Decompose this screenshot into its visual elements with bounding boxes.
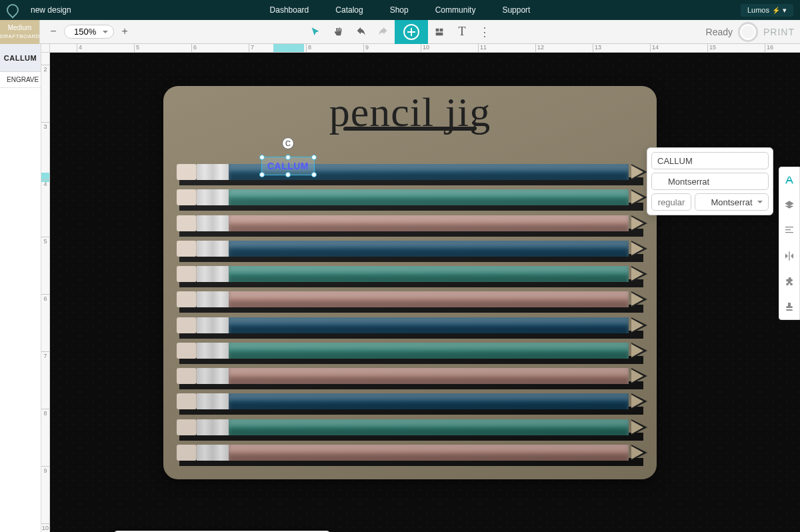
ruler-h-tick: 9 [363,44,369,52]
pencil-slots [173,163,647,466]
font-weight-select[interactable]: regular [651,193,691,211]
ruler-h-tick: 10 [421,44,429,52]
ruler-h-tick: 12 [535,44,544,52]
ruler-h-tick: 14 [650,44,659,52]
text-properties-panel: regular Montserrat [647,147,773,215]
canvas-tools: T ⋮ [304,20,496,44]
stamp-tab[interactable] [779,294,799,319]
add-artwork-button[interactable] [395,20,428,44]
chevron-down-icon: ▾ [783,6,787,15]
resize-handle-b[interactable] [285,172,291,177]
nav-support[interactable]: Support [502,5,530,15]
ruler-v-tick: 7 [41,351,49,359]
ruler-h-tick: 13 [593,44,601,52]
app-logo-icon[interactable] [4,1,21,18]
pencil [173,290,647,313]
text-content-input[interactable] [651,152,769,169]
ruler-corner [41,44,50,53]
ruler-h-tick: 8 [306,44,311,52]
ruler-v-tick: 5 [41,237,49,245]
text-tool[interactable]: T [451,20,473,44]
resize-handle-br[interactable] [311,172,317,177]
layer-operation[interactable]: ENGRAVE [0,72,41,88]
zoom-select[interactable]: 150% [64,25,114,39]
design-name[interactable]: new design [31,5,71,15]
resize-handle-tr[interactable] [311,155,317,160]
pencil [173,367,647,389]
canvas[interactable]: pencil jig CALLUM C [50,53,800,532]
pencil [173,214,647,237]
ruler-h-selection-highlight [273,44,304,52]
pencil [173,418,647,441]
nav-community[interactable]: Community [435,5,476,15]
font-style-select[interactable]: Montserrat [695,193,769,211]
resize-handle-tl[interactable] [259,155,265,160]
more-menu[interactable]: ⋮ [473,20,496,44]
ruler-h-tick: 4 [77,44,82,52]
horizontal-ruler[interactable]: 45678910111213141516 [50,44,800,53]
layer-thumbnail[interactable]: CALLUM [0,44,41,72]
pencil [173,188,647,211]
status-indicator-icon [738,22,758,42]
resize-handle-t[interactable] [285,155,291,160]
nav-shop[interactable]: Shop [390,5,409,15]
ruler-v-tick: 4 [41,179,49,187]
zoom-controls: − 150% + [40,25,138,39]
pencil [173,341,647,364]
ruler-h-tick: 7 [249,44,254,52]
import-button[interactable] [428,20,451,44]
nav-dashboard[interactable]: Dashboard [270,5,309,15]
redo-button[interactable] [372,20,395,44]
puzzle-tab[interactable] [779,269,799,294]
print-button[interactable]: PRINT [763,27,795,37]
undo-button[interactable] [349,20,372,44]
engrave-icon [2,77,6,83]
hand-tool[interactable] [327,20,349,44]
resize-handle-bl[interactable] [259,172,265,177]
select-tool[interactable] [304,20,327,44]
pencil-jig: pencil jig [163,86,657,479]
pencil [173,239,647,262]
vertical-ruler[interactable]: 2345678910 [41,53,50,532]
machine-status: Ready [706,27,733,37]
pencil [173,316,647,339]
plus-icon [403,24,419,40]
ruler-v-tick: 2 [41,65,49,73]
toolbar: Medium DRAFTBOARD − 150% + T ⋮ Ready PRI… [0,20,800,44]
top-bar: new design Dashboard Catalog Shop Commun… [0,0,800,20]
ruler-h-tick: 16 [765,44,773,52]
typography-tab[interactable] [779,167,799,193]
workspace: 45678910111213141516 2345678910 pencil j… [41,44,800,532]
zoom-out-button[interactable]: − [47,25,60,39]
inspector-tabs [779,167,800,320]
rotate-handle[interactable]: C [282,137,294,149]
font-family-select[interactable] [651,173,769,190]
ruler-h-tick: 11 [478,44,487,52]
ruler-h-tick: 15 [707,44,716,52]
nav-catalog[interactable]: Catalog [335,5,363,15]
zoom-in-button[interactable]: + [118,25,131,39]
flip-tab[interactable] [779,243,799,269]
ruler-h-tick: 5 [134,44,139,52]
bolt-icon: ⚡ [772,7,780,14]
ruler-v-tick: 10 [41,523,49,531]
text-selection-box[interactable]: CALLUM C [261,157,315,175]
material-chip[interactable]: Medium DRAFTBOARD [0,20,40,44]
align-tab[interactable] [779,218,799,243]
jig-title: pencil jig [163,89,657,131]
layers-panel: CALLUM ENGRAVE [0,44,41,532]
ruler-h-tick: 6 [191,44,197,52]
pencil [173,265,647,287]
pencil [173,392,647,415]
ruler-v-tick: 6 [41,294,49,302]
device-selector[interactable]: Lumos⚡▾ [741,4,793,17]
main-nav: Dashboard Catalog Shop Community Support [270,5,531,15]
layers-tab[interactable] [779,193,799,218]
pencil [173,443,647,466]
pencil [173,163,647,185]
ruler-v-tick: 8 [41,409,49,417]
ruler-v-tick: 3 [41,122,49,130]
ruler-v-tick: 9 [41,466,49,474]
